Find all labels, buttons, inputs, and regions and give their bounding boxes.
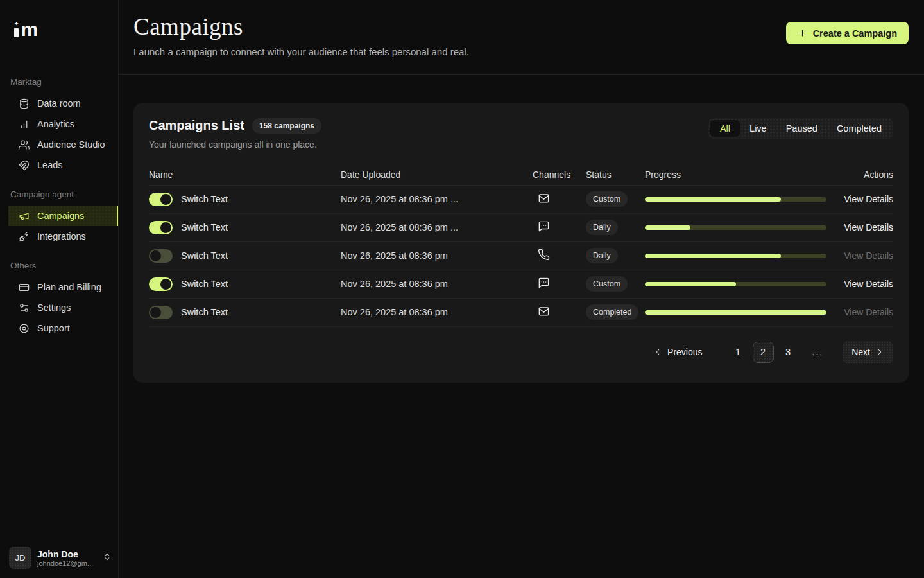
toggle-knob [160, 194, 171, 205]
status-cell: Completed [586, 304, 645, 320]
name-cell: Switch Text [149, 277, 341, 291]
phone-icon [538, 249, 550, 261]
chevrons-up-down-icon[interactable] [103, 552, 112, 563]
col-status: Status [586, 170, 645, 180]
user-texts: John Doe johndoe12@gm... [37, 549, 97, 567]
view-details-link: View Details [844, 307, 893, 317]
actions-cell: View Details [826, 279, 893, 289]
progress-bar [645, 197, 826, 202]
col-date: Date Uploaded [341, 170, 533, 180]
progress-bar [645, 254, 826, 258]
campaign-name: Switch Text [181, 279, 228, 289]
support-icon [19, 323, 30, 334]
date-cell: Nov 26, 2025 at 08:36 pm [341, 279, 533, 289]
status-cell: Custom [586, 191, 645, 207]
status-cell: Daily [586, 248, 645, 263]
table-row: Switch Text Nov 26, 2025 at 08:36 pm ...… [149, 214, 893, 242]
previous-page-button[interactable]: Previous [653, 347, 702, 357]
page-button-3[interactable]: 3 [778, 342, 799, 363]
actions-cell: View Details [826, 250, 893, 261]
table-row: Switch Text Nov 26, 2025 at 08:36 pm ...… [149, 186, 893, 214]
table-header-row: Name Date Uploaded Channels Status Progr… [149, 165, 893, 186]
sidebar-item-support[interactable]: Support [8, 318, 118, 338]
actions-cell: View Details [826, 194, 893, 204]
col-channels: Channels [533, 170, 586, 180]
channel-cell [533, 277, 586, 291]
filter-tab-paused[interactable]: Paused [776, 120, 827, 137]
filter-tab-completed[interactable]: Completed [827, 120, 891, 137]
actions-cell: View Details [826, 307, 893, 317]
name-cell: Switch Text [149, 221, 341, 234]
progress-cell [645, 282, 826, 286]
magnet-icon [19, 160, 30, 171]
plus-icon [798, 28, 807, 38]
sidebar-item-label: Analytics [37, 119, 74, 129]
sidebar-item-plan-and-billing[interactable]: Plan and Billing [8, 277, 118, 297]
pagination: Previous 123 ... Next [149, 336, 893, 372]
name-cell: Switch Text [149, 249, 341, 263]
row-toggle[interactable] [149, 193, 173, 206]
date-cell: Nov 26, 2025 at 08:36 pm [341, 250, 533, 261]
col-progress: Progress [645, 170, 826, 180]
status-filter-tabs: AllLivePausedCompleted [708, 118, 893, 139]
sidebar-item-leads[interactable]: Leads [8, 155, 118, 175]
sidebar-item-analytics[interactable]: Analytics [8, 114, 118, 134]
view-details-link[interactable]: View Details [844, 222, 893, 232]
progress-cell [645, 225, 826, 230]
next-page-button[interactable]: Next [843, 341, 893, 363]
progress-fill [645, 254, 781, 258]
channel-cell [533, 305, 586, 319]
page-header-texts: Campaigns Launch a campaign to connect w… [133, 14, 469, 57]
name-cell: Switch Text [149, 306, 341, 319]
user-profile[interactable]: JD John Doe johndoe12@gm... [9, 547, 112, 569]
sidebar-item-settings[interactable]: Settings [8, 297, 118, 318]
page-button-2[interactable]: 2 [753, 342, 774, 363]
sidebar-item-campaigns[interactable]: Campaigns [8, 206, 118, 226]
filter-tab-live[interactable]: Live [740, 120, 776, 137]
sidebar-item-audience-studio[interactable]: Audience Studio [8, 134, 118, 155]
page-title: Campaigns [133, 14, 469, 40]
campaign-count-badge: 158 campaigns [252, 118, 321, 134]
progress-bar [645, 310, 826, 315]
pagination-ellipsis[interactable]: ... [812, 347, 824, 357]
avatar: JD [9, 547, 31, 569]
view-details-link[interactable]: View Details [844, 279, 893, 289]
users-icon [19, 139, 30, 150]
mail-icon [538, 305, 550, 317]
mail-icon [538, 192, 550, 204]
sidebar-item-label: Support [37, 323, 70, 333]
row-toggle[interactable] [149, 306, 173, 319]
card-head: Campaigns List 158 campaigns Your launch… [149, 118, 893, 150]
previous-label: Previous [667, 347, 702, 357]
chat-icon [538, 220, 550, 232]
table-row: Switch Text Nov 26, 2025 at 08:36 pm Cus… [149, 270, 893, 299]
sidebar-item-label: Plan and Billing [37, 282, 101, 292]
filter-tab-all[interactable]: All [710, 120, 740, 137]
page-button-1[interactable]: 1 [728, 342, 749, 363]
sidebar-item-integrations[interactable]: Integrations [8, 226, 118, 247]
create-campaign-button[interactable]: Create a Campaign [786, 22, 909, 44]
sidebar-item-label: Campaigns [37, 211, 84, 221]
campaign-name: Switch Text [181, 194, 228, 204]
progress-bar [645, 282, 826, 286]
progress-cell [645, 310, 826, 315]
nav-section-label: Marktag [0, 77, 118, 87]
view-details-link[interactable]: View Details [844, 194, 893, 204]
progress-cell [645, 197, 826, 202]
progress-fill [645, 310, 826, 315]
table-row: Switch Text Nov 26, 2025 at 08:36 pm Com… [149, 299, 893, 327]
row-toggle[interactable] [149, 277, 173, 291]
channel-cell [533, 192, 586, 206]
campaigns-card: Campaigns List 158 campaigns Your launch… [133, 103, 909, 383]
col-actions: Actions [826, 170, 893, 180]
content: Campaigns List 158 campaigns Your launch… [119, 75, 924, 383]
progress-fill [645, 282, 736, 286]
user-name: John Doe [37, 549, 97, 559]
megaphone-icon [19, 211, 30, 222]
page-subtitle: Launch a campaign to connect with your a… [133, 46, 469, 57]
row-toggle[interactable] [149, 249, 173, 263]
logo-m: m [21, 22, 38, 37]
actions-cell: View Details [826, 222, 893, 232]
row-toggle[interactable] [149, 221, 173, 234]
sidebar-item-data-room[interactable]: Data room [8, 93, 118, 114]
